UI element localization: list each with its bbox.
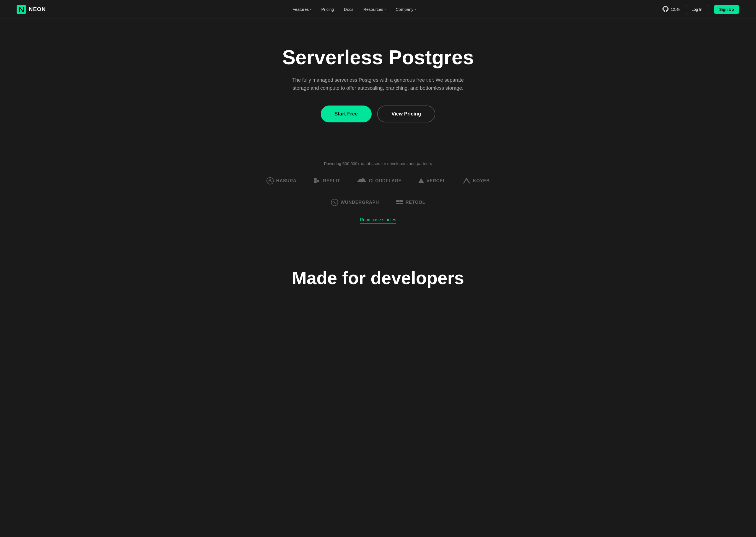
svg-rect-5 xyxy=(317,180,319,182)
signup-button[interactable]: Sign Up xyxy=(714,5,739,14)
hasura-icon xyxy=(266,177,274,185)
start-free-button[interactable]: Start Free xyxy=(321,105,372,122)
retool-logo: Retool xyxy=(396,199,425,205)
cloudflare-icon xyxy=(357,178,367,184)
vercel-logo: Vercel xyxy=(418,178,446,184)
hero-title: Serverless Postgres xyxy=(265,47,491,68)
nav-company[interactable]: Company ▾ xyxy=(396,7,416,12)
replit-logo: replit xyxy=(313,177,340,185)
replit-label: replit xyxy=(323,178,340,183)
navbar: NEON Features ▾ Pricing Docs Resources ▾… xyxy=(0,0,756,19)
koyeb-icon xyxy=(462,177,471,185)
svg-rect-11 xyxy=(396,200,399,202)
logo-icon xyxy=(17,5,26,14)
hero-section: Serverless Postgres The fully managed se… xyxy=(253,19,503,145)
nav-docs[interactable]: Docs xyxy=(344,7,353,12)
hero-subtitle: The fully managed serverless Postgres wi… xyxy=(284,76,472,92)
nav-resources[interactable]: Resources ▾ xyxy=(363,7,386,12)
view-pricing-button[interactable]: View Pricing xyxy=(377,105,435,122)
koyeb-logo: Koyeb xyxy=(462,177,490,185)
partners-logos: HASURA replit CLOUDFLARE xyxy=(240,177,516,206)
replit-icon xyxy=(313,177,321,185)
wundergraph-logo: WunderGraph xyxy=(331,199,379,206)
retool-icon xyxy=(396,199,403,205)
read-case-studies-link[interactable]: Read case studies xyxy=(360,217,396,224)
hasura-label: HASURA xyxy=(276,178,296,183)
github-icon xyxy=(662,6,668,13)
wundergraph-label: WunderGraph xyxy=(341,200,379,205)
svg-rect-12 xyxy=(396,203,403,204)
koyeb-label: Koyeb xyxy=(473,178,490,183)
hero-buttons: Start Free View Pricing xyxy=(265,105,491,122)
partners-section: Powering 500,000+ databases for develope… xyxy=(0,145,756,246)
svg-rect-9 xyxy=(357,182,366,183)
nav-pricing[interactable]: Pricing xyxy=(321,7,334,12)
retool-label: Retool xyxy=(406,200,425,205)
svg-rect-13 xyxy=(400,200,403,202)
github-link[interactable]: 12.4k xyxy=(662,6,680,13)
logo-text: NEON xyxy=(29,6,46,13)
github-stars: 12.4k xyxy=(671,7,680,12)
login-button[interactable]: Log In xyxy=(686,5,708,14)
nav-right: 12.4k Log In Sign Up xyxy=(662,5,739,14)
logo-link[interactable]: NEON xyxy=(17,5,46,14)
made-for-devs-section: Made for developers xyxy=(0,246,756,299)
svg-rect-3 xyxy=(314,178,317,181)
cloudflare-logo: CLOUDFLARE xyxy=(357,178,401,184)
wundergraph-icon xyxy=(331,199,338,206)
chevron-down-icon: ▾ xyxy=(310,8,311,11)
nav-features[interactable]: Features ▾ xyxy=(292,7,311,12)
vercel-label: Vercel xyxy=(427,178,446,183)
chevron-down-icon: ▾ xyxy=(384,8,386,11)
nav-links: Features ▾ Pricing Docs Resources ▾ Comp… xyxy=(292,7,416,12)
vercel-icon xyxy=(418,178,424,184)
partners-label: Powering 500,000+ databases for develope… xyxy=(11,161,745,166)
chevron-down-icon: ▾ xyxy=(415,8,416,11)
cloudflare-label: CLOUDFLARE xyxy=(369,178,401,183)
svg-rect-4 xyxy=(314,181,317,183)
hasura-logo: HASURA xyxy=(266,177,296,185)
made-for-devs-title: Made for developers xyxy=(11,268,745,288)
